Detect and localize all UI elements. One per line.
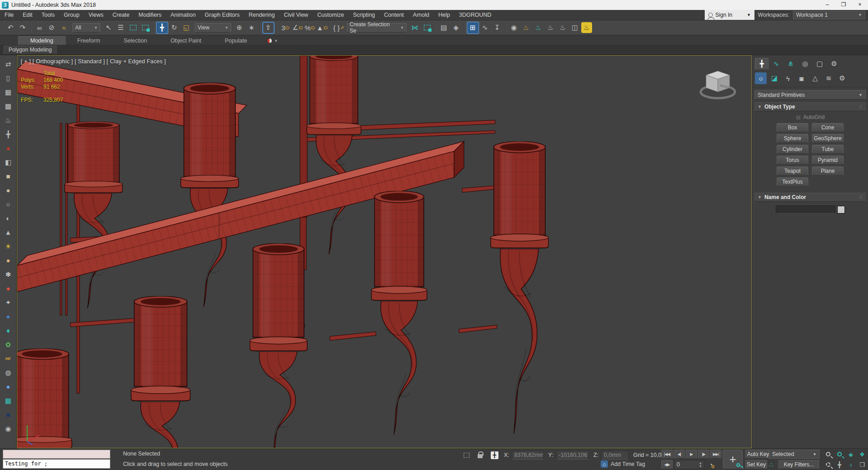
current-frame-field[interactable]: 0 ▲▼ xyxy=(674,460,704,469)
playback-go-to-start[interactable]: |◀◀ xyxy=(661,450,673,459)
isolate-selection-toggle[interactable] xyxy=(461,451,471,460)
left-tool-sphere[interactable]: ● xyxy=(2,183,14,197)
left-tool-teapot[interactable]: ♨ xyxy=(2,113,14,127)
nav-zoom-region[interactable] xyxy=(823,460,833,469)
left-tool-circle[interactable]: ○ xyxy=(2,197,14,211)
y-coordinate-field[interactable]: -10160,106 xyxy=(556,451,589,460)
menu-item[interactable]: Civil View xyxy=(279,10,313,20)
object-type-button[interactable]: Tube xyxy=(812,145,844,154)
category-systems[interactable]: ⚙ xyxy=(836,72,848,84)
toolbar-spinner-snap-toggle[interactable]: ▲Ω xyxy=(316,22,328,34)
menu-item[interactable]: Modifiers xyxy=(134,10,166,20)
category-shapes[interactable]: ◪ xyxy=(768,72,780,84)
key-filters-button[interactable]: Key Filters... xyxy=(778,460,819,469)
object-name-input[interactable] xyxy=(776,205,835,214)
key-mode-toggle[interactable]: ◀▶ xyxy=(661,460,673,469)
left-tool-sphere-red[interactable]: ● xyxy=(2,141,14,155)
playback-next-frame[interactable]: |▶ xyxy=(698,450,709,459)
object-type-button[interactable]: GeoSphere xyxy=(812,134,844,143)
ribbon-tab-[interactable]: Modeling xyxy=(18,36,66,45)
toolbar-select-object[interactable]: ↖ xyxy=(103,22,115,34)
left-tool-ball-blue[interactable]: ● xyxy=(2,309,14,323)
toolbar-mirror[interactable]: ⋈ xyxy=(409,22,421,34)
left-tool-star[interactable]: ✦ xyxy=(2,295,14,309)
toolbar-bind-to-space-warp[interactable]: ≈ xyxy=(58,22,70,34)
nav-zoom-subobject[interactable] xyxy=(835,450,844,459)
polygon-modeling-tab[interactable]: Polygon Modeling xyxy=(4,46,57,54)
toolbar-separator[interactable] xyxy=(276,22,277,33)
sign-in-button[interactable]: Sign In ▼ xyxy=(705,10,754,20)
toolbar-render-iterative[interactable]: ♨ xyxy=(557,22,569,34)
toolbar-render-production[interactable]: ♨ xyxy=(545,22,557,34)
object-type-button[interactable]: Box xyxy=(777,123,808,132)
nav-zoom[interactable] xyxy=(823,450,833,459)
toolbar-render-flyout[interactable]: ♨ xyxy=(581,22,592,33)
left-tool-sphere-tan[interactable]: ● xyxy=(2,253,14,267)
menu-item[interactable]: Create xyxy=(108,10,134,20)
left-tool-sun[interactable]: ☀ xyxy=(2,239,14,253)
toolbar-select-and-manipulate[interactable]: ∗ xyxy=(246,22,258,34)
left-tool-diamond-teal[interactable]: ♦ xyxy=(2,323,14,337)
menu-item[interactable]: Tools xyxy=(37,10,59,20)
left-tool-grid-tile[interactable]: ▦ xyxy=(2,394,14,408)
object-type-button[interactable]: Plane xyxy=(812,166,844,176)
toolbar-align[interactable] xyxy=(421,22,433,34)
panel-tab-display[interactable]: ▢ xyxy=(813,58,826,70)
ribbon-tab-[interactable]: Populate xyxy=(213,37,259,45)
toolbar-use-pivot-point-center[interactable]: ⊕ xyxy=(233,22,246,34)
toolbar-layer-explorer[interactable]: ▤ xyxy=(438,22,450,34)
left-tool-ball-red[interactable]: ● xyxy=(2,281,14,295)
set-keys-button[interactable]: + xyxy=(723,450,743,469)
object-type-button[interactable]: Cone xyxy=(812,123,844,132)
toolbar-separator[interactable] xyxy=(330,22,331,33)
viewport-label[interactable]: [ + ] [ Orthographic ] [ Standard ] [ Cl… xyxy=(21,58,166,65)
toolbar-separator[interactable] xyxy=(31,22,32,33)
panel-tab-create[interactable]: ╋ xyxy=(755,58,768,70)
left-tool-paint[interactable]: ◧ xyxy=(2,155,14,169)
left-tool-pan-arrows[interactable]: ⇄ xyxy=(2,57,14,71)
ribbon-tab-[interactable]: Freeform xyxy=(66,37,112,45)
menu-item[interactable]: Content xyxy=(379,10,408,20)
toolbar-separator[interactable] xyxy=(505,22,506,33)
toolbar-angle-snap-toggle[interactable]: ∠Ω xyxy=(291,22,304,34)
playback-play[interactable]: ▶ xyxy=(686,450,697,459)
toolbar-separator[interactable] xyxy=(153,22,154,33)
maxscript-mini-listener-input[interactable]: Testing for ; xyxy=(3,459,110,469)
left-tool-snowflake[interactable]: ❄ xyxy=(2,267,14,281)
maximize-button[interactable]: ❐ xyxy=(835,0,852,10)
menu-item[interactable]: Scripting xyxy=(348,10,379,20)
playback-previous-frame[interactable]: ◀| xyxy=(674,450,685,459)
toolbar-rectangular-selection-region[interactable] xyxy=(127,22,139,34)
left-tool-box[interactable]: ■ xyxy=(2,169,14,183)
left-tool-cone[interactable]: ▲ xyxy=(2,225,14,239)
category-cameras[interactable]: ◙ xyxy=(796,72,807,84)
nav-zoom-extents-all[interactable]: ❖ xyxy=(857,450,867,459)
x-coordinate-field[interactable]: 8378,62mm xyxy=(512,451,544,460)
close-button[interactable]: × xyxy=(852,0,868,10)
selection-lock-toggle[interactable] xyxy=(475,451,485,461)
toolbar-percent-snap-toggle[interactable]: %Ω xyxy=(304,22,316,34)
panel-tab-utilities[interactable]: ⚙ xyxy=(827,58,841,70)
toolbar-redo[interactable]: ↷ xyxy=(17,22,29,34)
menu-item[interactable]: Views xyxy=(84,10,108,20)
selection-filter-dropdown[interactable]: All▼ xyxy=(72,23,100,33)
time-configuration-button[interactable]: ◔⚙ xyxy=(707,460,717,469)
reference-coordinate-dropdown[interactable]: View▼ xyxy=(195,23,231,33)
category-geometry[interactable]: ○ xyxy=(755,72,767,84)
playback-go-to-end[interactable]: ▶▶| xyxy=(710,450,721,459)
nav-zoom-extents[interactable]: ◈ xyxy=(846,450,856,459)
viewport-3d-scene[interactable] xyxy=(17,56,751,448)
name-and-color-header[interactable]: ▼ Name and Color ⠿ xyxy=(754,193,866,202)
left-tool-sphere-blue[interactable]: ● xyxy=(2,380,14,394)
toolbar-select-and-scale[interactable]: ◱ xyxy=(180,22,193,34)
nav-orbit[interactable]: ♁ xyxy=(846,460,856,469)
toolbar-separator[interactable] xyxy=(435,22,436,33)
ribbon-tab-[interactable]: Object Paint xyxy=(159,37,213,45)
menu-item[interactable]: Edit xyxy=(18,10,37,20)
toolbar-ribbon-toggle[interactable]: ⊞ xyxy=(467,22,479,34)
left-tool-spreadsheet[interactable]: ▦ xyxy=(2,85,14,99)
toolbar-scene-explorer[interactable]: ◈ xyxy=(450,22,462,34)
menu-item[interactable]: Rendering xyxy=(244,10,280,20)
object-type-button[interactable]: Pyramid xyxy=(812,156,844,165)
z-coordinate-field[interactable]: 0,0mm xyxy=(602,451,629,460)
